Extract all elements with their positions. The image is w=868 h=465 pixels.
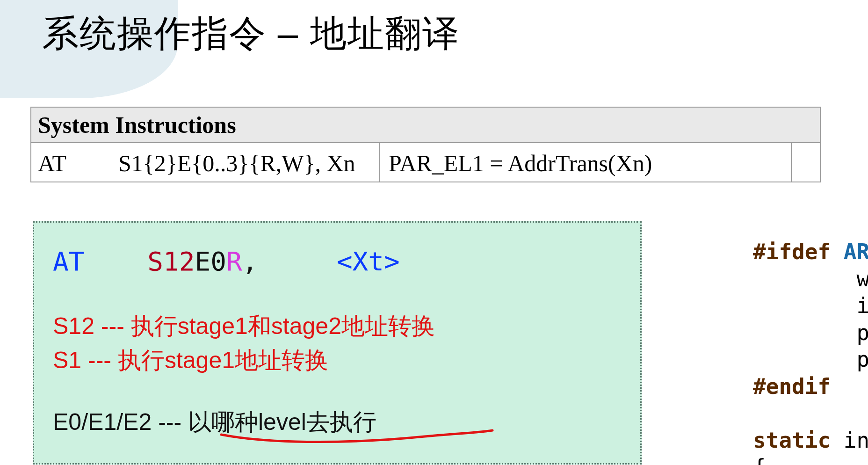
code-static: static [753, 428, 831, 453]
page-title: 系统操作指令 – 地址翻译 [42, 9, 460, 58]
tok-r: R [226, 246, 242, 276]
note-ex: E0/E1/E2 --- 以哪种level去执行 [53, 405, 622, 439]
explanation-box: AT S12E0R, <Xt> S12 --- 执行stage1和stage2地… [33, 221, 642, 465]
code-static-rest: in [831, 428, 868, 453]
note-s1: S1 --- 执行stage1地址转换 [53, 343, 622, 378]
cell-operands: S1{2}E{0..3}{R,W}, Xn [116, 143, 380, 182]
tok-at: AT [53, 246, 84, 276]
cell-empty [792, 143, 820, 182]
underline-annotation [219, 429, 495, 448]
code-l3: i [753, 293, 868, 318]
table-row: AT S1{2}E{0..3}{R,W}, Xn PAR_EL1 = AddrT… [31, 143, 820, 182]
code-l5: p [753, 347, 868, 372]
syntax-line: AT S12E0R, <Xt> [53, 246, 622, 276]
notes-block: S12 --- 执行stage1和stage2地址转换 S1 --- 执行sta… [53, 309, 622, 439]
code-endif: #endif [753, 374, 831, 399]
tok-xt: <Xt> [337, 246, 400, 276]
tok-comma: , [242, 246, 258, 276]
code-l9: { [753, 454, 766, 465]
code-l2: w [753, 266, 868, 291]
tok-e0: E0 [195, 246, 226, 276]
instructions-table: System Instructions AT S1{2}E{0..3}{R,W}… [30, 107, 821, 182]
note-s12: S12 --- 执行stage1和stage2地址转换 [53, 309, 622, 343]
cell-effect: PAR_EL1 = AddrTrans(Xn) [380, 143, 792, 182]
tok-s12: S12 [147, 246, 195, 276]
code-ifdef: #ifdef [753, 239, 831, 264]
code-l4: p [753, 320, 868, 345]
code-ifdef-arg: AR [831, 239, 868, 264]
cell-mnemonic: AT [31, 143, 116, 182]
table-header: System Instructions [31, 108, 820, 143]
code-snippet: #ifdef AR w i p p #endif static in { [753, 239, 868, 465]
